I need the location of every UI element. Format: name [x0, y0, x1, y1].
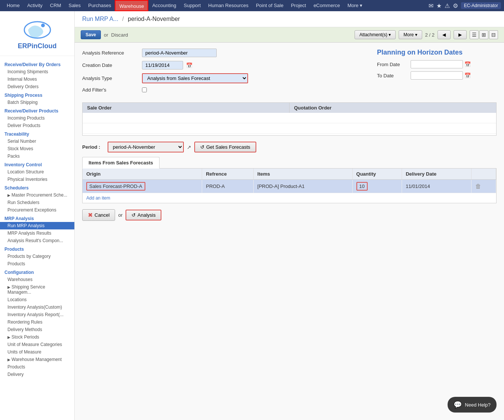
get-sales-forecasts-button[interactable]: ↺ Get Sales Forecasts	[194, 142, 256, 152]
nav-sales[interactable]: Sales	[65, 0, 84, 11]
tab-items-from-sales-forecasts[interactable]: Items From Sales Forecasts	[82, 157, 160, 169]
sidebar-item-packs[interactable]: Packs	[0, 152, 74, 160]
sidebar-item-config-products[interactable]: Products	[0, 363, 74, 371]
sidebar-section-mrp-analysis[interactable]: MRP Analysis	[0, 214, 74, 222]
sidebar-item-incoming-shipments[interactable]: Incoming Shipments	[0, 68, 74, 75]
add-filters-checkbox[interactable]	[142, 87, 147, 92]
cancel-button[interactable]: ✖ Cancel	[82, 209, 115, 221]
sidebar-item-products-by-category[interactable]: Products by Category	[0, 253, 74, 260]
sidebar-item-warehouse-management[interactable]: Warehouse Management	[0, 356, 74, 363]
need-help-bubble[interactable]: 💬 Need Help?	[448, 397, 497, 413]
sidebar-item-internal-moves[interactable]: Internal Moves	[0, 75, 74, 83]
sidebar-item-procurement-exceptions[interactable]: Procurement Exceptions	[0, 206, 74, 214]
col-origin: Origin	[83, 169, 202, 180]
attachments-button[interactable]: Attachment(s) ▾	[355, 30, 396, 39]
to-date-calendar-icon[interactable]: 📅	[464, 72, 471, 78]
cell-delivery-date: 11/01/2014	[402, 180, 471, 193]
analysis-icon: ↺	[132, 212, 136, 218]
nav-activity[interactable]: Activity	[24, 0, 46, 11]
more-button[interactable]: More ▾	[399, 30, 422, 39]
nav-purchases[interactable]: Purchases	[84, 0, 115, 11]
delete-row-icon[interactable]: 🗑	[475, 183, 481, 189]
creation-date-input[interactable]	[142, 61, 183, 70]
nav-home[interactable]: Home	[3, 0, 24, 11]
sidebar-item-run-mrp-analysis[interactable]: Run MRP Analysis	[0, 222, 74, 229]
sidebar-item-warehouses[interactable]: Warehouses	[0, 276, 74, 283]
sidebar-item-deliver-products[interactable]: Deliver Products	[0, 122, 74, 129]
sidebar-item-locations[interactable]: Locations	[0, 296, 74, 303]
grid-view-icon[interactable]: ⊟	[489, 30, 498, 39]
sale-order-header: Sale Order	[83, 103, 290, 113]
nav-pos[interactable]: Point of Sale	[252, 0, 287, 11]
external-link-icon[interactable]: ↗	[187, 144, 191, 150]
nav-support[interactable]: Support	[180, 0, 205, 11]
sidebar-section-receive-deliver-products[interactable]: Receive/Deliver Products	[0, 106, 74, 114]
discard-button[interactable]: Discard	[111, 32, 128, 38]
add-item-link[interactable]: Add an item	[83, 193, 114, 203]
sidebar-section-traceability[interactable]: Traceability	[0, 129, 74, 138]
sidebar-item-incoming-products[interactable]: Incoming Products	[0, 114, 74, 122]
email-icon[interactable]: ✉	[429, 2, 433, 9]
analysis-type-label: Analysis Type	[82, 75, 142, 81]
alert-icon[interactable]: ⚠	[445, 2, 450, 9]
prev-record-button[interactable]: ◀	[437, 30, 451, 39]
save-button[interactable]: Save	[81, 30, 101, 39]
kanban-view-icon[interactable]: ⊞	[479, 30, 488, 39]
sidebar-item-units-of-measure[interactable]: Units of Measure	[0, 348, 74, 356]
sidebar-section-receive-deliver[interactable]: Receive/Deliver By Orders	[0, 60, 74, 68]
sidebar-item-stock-periods[interactable]: Stock Periods	[0, 333, 74, 341]
sidebar-section-shipping-process[interactable]: Shipping Process	[0, 90, 74, 99]
sidebar-item-run-schedulers[interactable]: Run Schedulers	[0, 199, 74, 206]
sidebar-item-serial-number[interactable]: Serial Number	[0, 138, 74, 145]
sidebar-section-inventory-control[interactable]: Inventory Control	[0, 160, 74, 168]
nav-human-resources[interactable]: Human Resources	[204, 0, 252, 11]
sidebar-item-shipping-service[interactable]: Shipping Service Managem...	[0, 283, 74, 296]
table-row[interactable]: Sales Forecast-PROD-A PROD-A [PROD-A] Pr…	[83, 180, 496, 193]
nav-more[interactable]: More ▾	[344, 0, 366, 11]
analysis-button[interactable]: ↺ Analysis	[126, 210, 161, 220]
sidebar-item-delivery-methods[interactable]: Delivery Methods	[0, 326, 74, 333]
sidebar-item-physical-inventories[interactable]: Physical Inventories	[0, 176, 74, 183]
user-badge[interactable]: EC-Administrator	[461, 2, 501, 9]
analysis-type-select[interactable]: Analysis from Sales Forecast	[143, 74, 247, 83]
nav-project[interactable]: Project	[287, 0, 310, 11]
sidebar-item-analysis-result-compon[interactable]: Analysis Result's Compon...	[0, 237, 74, 244]
sidebar-item-reordering-rules[interactable]: Reordering Rules	[0, 318, 74, 326]
settings-icon[interactable]: ⚙	[453, 2, 458, 9]
creation-date-calendar-icon[interactable]: 📅	[186, 62, 192, 68]
sidebar-section-products[interactable]: Products	[0, 244, 74, 253]
sidebar-item-mrp-analysis-results[interactable]: MRP Analysis Results	[0, 229, 74, 237]
sidebar-section-schedulers[interactable]: Schedulers	[0, 183, 74, 191]
analysis-reference-input[interactable]	[142, 49, 217, 57]
nav-crm[interactable]: CRM	[46, 0, 65, 11]
sidebar-item-delivery[interactable]: Delivery	[0, 371, 74, 378]
sidebar-item-inventory-analysis-custom[interactable]: Inventory Analysis(Custom)	[0, 303, 74, 311]
from-date-input[interactable]	[411, 60, 463, 68]
sidebar-item-delivery-orders[interactable]: Delivery Orders	[0, 83, 74, 90]
need-help-label: Need Help?	[465, 402, 491, 408]
nav-accounting[interactable]: Accounting	[148, 0, 180, 11]
sidebar-section-configuration[interactable]: Configuration	[0, 268, 74, 276]
sidebar-item-uom-categories[interactable]: Unit of Measure Categories	[0, 341, 74, 348]
to-date-input[interactable]	[411, 71, 463, 80]
or-label: or	[104, 32, 108, 38]
sidebar-item-batch-shipping[interactable]: Batch Shipping	[0, 99, 74, 106]
sidebar-item-products[interactable]: Products	[0, 260, 74, 268]
from-date-calendar-icon[interactable]: 📅	[464, 61, 471, 67]
sidebar-item-stock-moves[interactable]: Stock Moves	[0, 145, 74, 152]
sidebar-item-inventory-analysis-report[interactable]: Inventory Analysis Report(...	[0, 311, 74, 318]
chat-icon: 💬	[454, 401, 462, 409]
cell-origin: Sales Forecast-PROD-A	[83, 180, 202, 193]
nav-ecommerce[interactable]: eCommerce	[310, 0, 344, 11]
next-record-button[interactable]: ▶	[454, 30, 467, 39]
nav-warehouse[interactable]: Warehouse	[115, 0, 148, 11]
breadcrumb-parent[interactable]: Run MRP A...	[82, 16, 118, 22]
list-view-icon[interactable]: ☰	[470, 30, 479, 39]
sidebar-item-master-procurement[interactable]: Master Procurement Sche...	[0, 191, 74, 199]
sidebar-item-location-structure[interactable]: Location Structure	[0, 168, 74, 176]
breadcrumb-current: period-A-November	[128, 16, 180, 22]
quantity-badge[interactable]: 10	[356, 182, 368, 191]
cell-quantity: 10	[352, 180, 402, 193]
star-icon[interactable]: ★	[436, 2, 442, 9]
period-select[interactable]: period-A-November	[108, 142, 183, 152]
